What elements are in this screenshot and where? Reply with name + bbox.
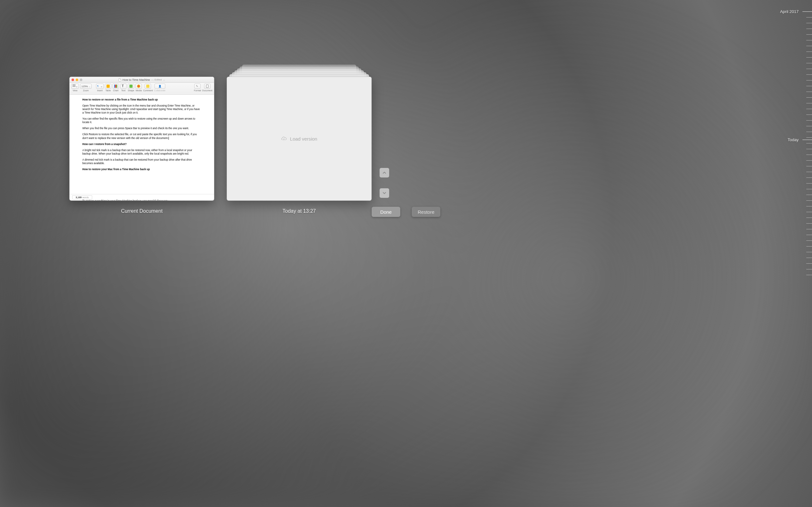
timeline-tick[interactable] <box>806 263 812 264</box>
pages-document-window: How to Time Machine — Edited ⌄ ⌄ View 12… <box>69 77 214 201</box>
zoom-select[interactable]: 125%⌄ <box>80 83 91 89</box>
nav-up-button[interactable] <box>380 168 389 177</box>
version-stack: Load version <box>227 65 372 201</box>
timeline-tick[interactable] <box>806 177 812 178</box>
timeline-tick[interactable] <box>806 183 812 183</box>
window-title-text: How to Time Machine <box>122 78 150 81</box>
timeline-tick[interactable] <box>806 252 812 252</box>
timeline-tick[interactable] <box>806 189 812 189</box>
timeline-tick[interactable] <box>806 86 812 86</box>
timeline-tick[interactable] <box>806 172 812 172</box>
timeline-tick[interactable] <box>806 69 812 69</box>
paragraph-cutoff: To restore everything in your Time Machi… <box>82 200 204 201</box>
timeline-tick[interactable] <box>806 126 812 126</box>
version-card-front[interactable]: Load version <box>227 77 372 201</box>
timeline[interactable]: April 2017 Today <box>796 8 812 507</box>
media-icon <box>137 84 140 88</box>
toolbar-label: Document <box>202 90 212 92</box>
timeline-tick[interactable] <box>806 155 812 155</box>
word-count[interactable]: 3,169 words <box>72 195 92 200</box>
timeline-tick[interactable] <box>806 137 812 138</box>
toolbar-label: Insert <box>97 90 103 92</box>
load-version-label: Load version <box>290 136 317 142</box>
timeline-tick[interactable] <box>806 160 812 161</box>
timeline-tick[interactable] <box>806 149 812 149</box>
timeline-tick[interactable] <box>806 109 812 109</box>
heading: How to restore or recover a file from a … <box>82 98 201 102</box>
cloud-download-icon <box>281 136 287 141</box>
window-titlebar[interactable]: How to Time Machine — Edited ⌄ <box>70 77 214 83</box>
text-button[interactable]: T <box>120 83 127 89</box>
load-version-button[interactable]: Load version <box>281 136 317 142</box>
text-cursor <box>169 137 169 139</box>
document-body[interactable]: How to restore or recover a file from a … <box>70 95 214 194</box>
timeline-tick[interactable] <box>806 23 812 23</box>
word-count-value: 3,169 <box>76 196 82 199</box>
timeline-tick-major[interactable] <box>803 139 812 140</box>
toolbar-label: Chart <box>113 90 118 92</box>
comment-button[interactable] <box>145 83 151 89</box>
chart-button[interactable] <box>113 83 119 89</box>
timeline-tick[interactable] <box>806 29 812 29</box>
timeline-label-today: Today <box>788 137 799 142</box>
timeline-tick[interactable] <box>806 240 812 241</box>
format-button[interactable]: ✎ <box>194 83 201 89</box>
timeline-tick[interactable] <box>806 74 812 75</box>
timeline-tick[interactable] <box>806 229 812 229</box>
paragraph: A dimmed red tick mark is a backup that … <box>82 158 201 165</box>
timeline-tick[interactable] <box>806 132 812 132</box>
table-button[interactable] <box>105 83 111 89</box>
timeline-tick[interactable] <box>806 114 812 115</box>
brush-icon: ✎ <box>196 84 199 88</box>
timeline-tick[interactable] <box>806 57 812 58</box>
chevron-down-icon <box>382 191 386 195</box>
timeline-tick[interactable] <box>806 223 812 224</box>
timeline-tick[interactable] <box>806 63 812 63</box>
timeline-tick[interactable] <box>806 92 812 92</box>
timeline-tick[interactable] <box>806 166 812 166</box>
list-icon <box>72 84 76 88</box>
word-count-label: words <box>82 196 89 199</box>
nav-down-button[interactable] <box>380 188 389 198</box>
timeline-tick[interactable] <box>806 120 812 121</box>
timeline-tick[interactable] <box>806 143 812 144</box>
shape-button[interactable] <box>128 83 134 89</box>
done-button[interactable]: Done <box>372 207 400 217</box>
timeline-tick[interactable] <box>806 269 812 269</box>
table-icon <box>107 84 110 88</box>
chevron-down-icon: ⌄ <box>76 85 78 88</box>
timeline-tick[interactable] <box>806 46 812 46</box>
timeline-tick[interactable] <box>806 235 812 235</box>
document-footer: 3,169 words To restore everything in you… <box>70 194 214 201</box>
insert-button[interactable]: ¶ ⌄ <box>96 83 104 89</box>
timeline-tick[interactable] <box>806 103 812 103</box>
toolbar-label: Shape <box>128 90 134 92</box>
timeline-tick[interactable] <box>806 246 812 246</box>
timeline-tick[interactable] <box>806 52 812 52</box>
media-button[interactable] <box>135 83 142 89</box>
chevron-down-icon[interactable]: ⌄ <box>163 78 165 81</box>
timeline-tick[interactable] <box>806 275 812 275</box>
timeline-tick[interactable] <box>806 34 812 35</box>
chevron-down-icon: ⌄ <box>101 85 103 88</box>
heading: How can I restore from a snapshot? <box>82 143 201 146</box>
timeline-tick[interactable] <box>806 201 812 201</box>
person-icon: 👤 <box>158 85 162 88</box>
paragraph: A bright red tick mark is a backup that … <box>82 149 201 156</box>
timeline-tick[interactable] <box>806 17 812 17</box>
timeline-tick[interactable] <box>806 206 812 207</box>
toolbar-label: View <box>72 90 77 92</box>
document-icon <box>206 84 208 88</box>
timeline-tick[interactable] <box>806 258 812 258</box>
document-button[interactable] <box>204 83 210 89</box>
action-buttons: Done Restore <box>0 207 812 217</box>
timeline-tick[interactable] <box>806 218 812 218</box>
heading: How to restore your Mac from a Time Mach… <box>82 168 201 171</box>
restore-button[interactable]: Restore <box>412 207 440 217</box>
timeline-tick[interactable] <box>806 97 812 98</box>
timeline-tick[interactable] <box>806 212 812 212</box>
timeline-tick-major[interactable] <box>803 11 812 12</box>
view-button[interactable]: ⌄ <box>71 83 79 89</box>
timeline-tick[interactable] <box>806 80 812 80</box>
toolbar-label: Zoom <box>83 90 89 92</box>
